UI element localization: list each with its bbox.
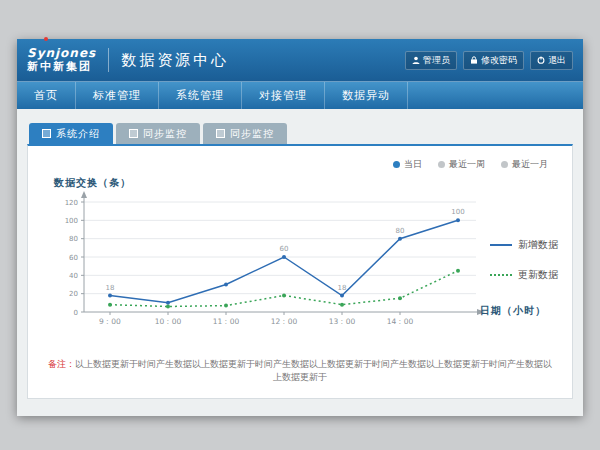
lock-icon — [470, 56, 478, 64]
logout-label: 退出 — [548, 54, 566, 67]
y-axis-label: 数据交换（条） — [54, 176, 131, 190]
svg-text:100: 100 — [451, 208, 464, 216]
logo-subtext: 新中新集团 — [27, 61, 96, 73]
tab-bar: 系统介绍同步监控同步监控 — [17, 109, 583, 144]
nav-item-4[interactable]: 数据异动 — [325, 82, 408, 109]
svg-text:60: 60 — [69, 254, 78, 262]
svg-text:13：00: 13：00 — [329, 317, 356, 326]
range-filter-label: 当日 — [404, 158, 422, 171]
range-filter-2[interactable]: 最近一月 — [501, 158, 548, 171]
footnote-prefix: 备注： — [48, 359, 75, 369]
tab-icon — [129, 129, 138, 138]
legend-label: 新增数据 — [518, 238, 558, 252]
tab-label: 系统介绍 — [56, 127, 100, 141]
tab-0[interactable]: 系统介绍 — [29, 123, 113, 144]
svg-text:14：00: 14：00 — [387, 317, 414, 326]
footnote: 备注：以上数据更新于时间产生数据以上数据更新于时间产生数据以上数据更新于时间产生… — [48, 358, 552, 383]
range-filter-0[interactable]: 当日 — [393, 158, 422, 171]
nav-item-2[interactable]: 系统管理 — [159, 82, 242, 109]
range-filters: 当日最近一周最近一月 — [393, 158, 548, 171]
legend-line-icon — [490, 244, 512, 246]
tab-icon — [42, 129, 51, 138]
header-divider — [108, 48, 109, 72]
legend-item-1: 更新数据 — [490, 268, 558, 282]
tab-2[interactable]: 同步监控 — [203, 123, 287, 144]
tab-label: 同步监控 — [143, 127, 187, 141]
chart-panel: 当日最近一周最近一月 数据交换（条） 0204060801001209：0010… — [27, 144, 573, 399]
tab-1[interactable]: 同步监控 — [116, 123, 200, 144]
nav-item-3[interactable]: 对接管理 — [242, 82, 325, 109]
logo-text: Synjones — [27, 47, 96, 60]
user-icon — [412, 56, 420, 64]
app-header: Synjones 新中新集团 数据资源中心 管理员 修改密码 退出 — [17, 39, 583, 81]
range-filter-1[interactable]: 最近一周 — [438, 158, 485, 171]
page-title: 数据资源中心 — [121, 51, 229, 70]
svg-text:80: 80 — [396, 227, 405, 235]
change-password-button[interactable]: 修改密码 — [463, 51, 524, 70]
radio-icon — [393, 161, 400, 168]
radio-icon — [438, 161, 445, 168]
range-filter-label: 最近一周 — [449, 158, 485, 171]
nav-item-1[interactable]: 标准管理 — [76, 82, 159, 109]
user-label: 管理员 — [423, 54, 450, 67]
legend-label: 更新数据 — [518, 268, 558, 282]
app-window: Synjones 新中新集团 数据资源中心 管理员 修改密码 退出 首页标准管理… — [17, 39, 583, 415]
header-actions: 管理员 修改密码 退出 — [405, 51, 573, 70]
tab-label: 同步监控 — [230, 127, 274, 141]
user-button[interactable]: 管理员 — [405, 51, 457, 70]
change-password-label: 修改密码 — [481, 54, 517, 67]
svg-text:11：00: 11：00 — [213, 317, 240, 326]
legend-line-icon — [490, 274, 512, 276]
svg-text:60: 60 — [280, 245, 289, 253]
line-chart: 0204060801001209：0010：0011：0012：0013：001… — [46, 190, 486, 340]
svg-text:18: 18 — [106, 284, 115, 292]
svg-text:9：00: 9：00 — [99, 317, 121, 326]
svg-text:120: 120 — [65, 199, 78, 207]
logout-button[interactable]: 退出 — [530, 51, 573, 70]
power-icon — [537, 56, 545, 64]
svg-text:80: 80 — [69, 235, 78, 243]
series-legend: 新增数据更新数据 — [490, 238, 558, 282]
tab-icon — [216, 129, 225, 138]
legend-item-0: 新增数据 — [490, 238, 558, 252]
svg-text:0: 0 — [74, 309, 78, 317]
nav-item-0[interactable]: 首页 — [17, 82, 76, 109]
svg-text:100: 100 — [65, 217, 78, 225]
svg-text:18: 18 — [338, 284, 347, 292]
footnote-text: 以上数据更新于时间产生数据以上数据更新于时间产生数据以上数据更新于时间产生数据以… — [75, 359, 552, 382]
content-area: 系统介绍同步监控同步监控 当日最近一周最近一月 数据交换（条） 02040608… — [17, 109, 583, 416]
svg-text:12：00: 12：00 — [271, 317, 298, 326]
x-axis-label: 日期（小时） — [480, 304, 546, 318]
svg-text:10：00: 10：00 — [155, 317, 182, 326]
logo-red-dot-icon — [44, 37, 48, 41]
logo: Synjones 新中新集团 — [27, 47, 96, 72]
svg-text:40: 40 — [69, 272, 78, 280]
range-filter-label: 最近一月 — [512, 158, 548, 171]
nav-bar: 首页标准管理系统管理对接管理数据异动 — [17, 81, 583, 109]
svg-text:20: 20 — [69, 290, 78, 298]
radio-icon — [501, 161, 508, 168]
